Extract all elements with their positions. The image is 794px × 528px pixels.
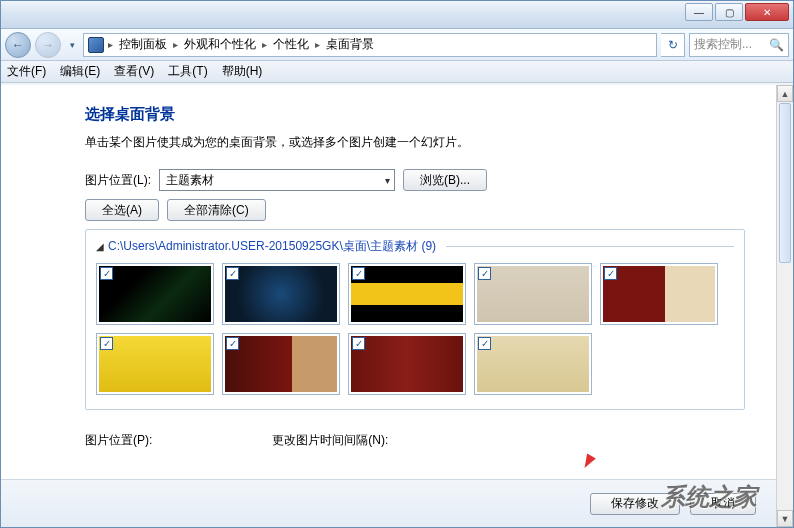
close-button[interactable]: ✕: [745, 3, 789, 21]
thumb-image: [225, 336, 337, 392]
scroll-up-button[interactable]: ▲: [777, 85, 793, 102]
address-bar[interactable]: ▸ 控制面板 ▸ 外观和个性化 ▸ 个性化 ▸ 桌面背景: [83, 33, 657, 57]
thumb-image: [99, 266, 211, 322]
thumb-image: [477, 336, 589, 392]
thumb-checkbox[interactable]: ✓: [604, 267, 617, 280]
page-description: 单击某个图片使其成为您的桌面背景，或选择多个图片创建一个幻灯片。: [85, 134, 754, 151]
crumb-control-panel[interactable]: 控制面板: [117, 36, 169, 53]
scroll-down-button[interactable]: ▼: [777, 510, 793, 527]
save-button[interactable]: 保存修改: [590, 493, 680, 515]
crumb-desktop-bg[interactable]: 桌面背景: [324, 36, 376, 53]
thumb-image: [351, 266, 463, 322]
wallpaper-thumb[interactable]: ✓: [96, 333, 214, 395]
collapse-icon: ◢: [96, 241, 104, 252]
content-area: 选择桌面背景 单击某个图片使其成为您的桌面背景，或选择多个图片创建一个幻灯片。 …: [1, 85, 793, 527]
position-label: 图片位置(P):: [85, 432, 152, 449]
location-row: 图片位置(L): 主题素材 ▾ 浏览(B)...: [85, 169, 754, 191]
minimize-button[interactable]: —: [685, 3, 713, 21]
cancel-button[interactable]: 取消: [690, 493, 756, 515]
page-title: 选择桌面背景: [85, 105, 754, 124]
crumb-personalize[interactable]: 个性化: [271, 36, 311, 53]
thumb-checkbox[interactable]: ✓: [226, 267, 239, 280]
group-header[interactable]: ◢ C:\Users\Administrator.USER-20150925GK…: [96, 238, 734, 255]
group-divider: [446, 246, 734, 247]
thumb-image: [99, 336, 211, 392]
titlebar: — ▢ ✕: [1, 1, 793, 29]
vertical-scrollbar[interactable]: ▲ ▼: [776, 85, 793, 527]
thumb-checkbox[interactable]: ✓: [100, 267, 113, 280]
menu-bar: 文件(F) 编辑(E) 查看(V) 工具(T) 帮助(H): [1, 61, 793, 83]
location-label: 图片位置(L):: [85, 172, 151, 189]
thumbnails-grid: ✓✓✓✓✓✓✓✓✓: [96, 263, 734, 395]
crumb-sep: ▸: [106, 39, 115, 50]
menu-edit[interactable]: 编辑(E): [60, 63, 100, 80]
search-input[interactable]: 搜索控制... 🔍: [689, 33, 789, 57]
group-path: C:\Users\Administrator.USER-20150925GK\桌…: [108, 238, 436, 255]
back-button[interactable]: ←: [5, 32, 31, 58]
footer-bar: 保存修改 取消: [1, 479, 776, 527]
thumb-checkbox[interactable]: ✓: [100, 337, 113, 350]
search-icon: 🔍: [769, 38, 784, 52]
thumb-checkbox[interactable]: ✓: [352, 337, 365, 350]
nav-bar: ← → ▾ ▸ 控制面板 ▸ 外观和个性化 ▸ 个性化 ▸ 桌面背景 ↻ 搜索控…: [1, 29, 793, 61]
select-row: 全选(A) 全部清除(C): [85, 199, 754, 221]
location-icon: [88, 37, 104, 53]
wallpaper-thumb[interactable]: ✓: [474, 263, 592, 325]
clear-all-button[interactable]: 全部清除(C): [167, 199, 266, 221]
crumb-sep: ▸: [260, 39, 269, 50]
wallpaper-thumb[interactable]: ✓: [600, 263, 718, 325]
menu-tools[interactable]: 工具(T): [168, 63, 207, 80]
content-inner: 选择桌面背景 单击某个图片使其成为您的桌面背景，或选择多个图片创建一个幻灯片。 …: [1, 85, 776, 479]
search-placeholder: 搜索控制...: [694, 36, 752, 53]
crumb-appearance[interactable]: 外观和个性化: [182, 36, 258, 53]
wallpaper-thumb[interactable]: ✓: [222, 263, 340, 325]
forward-button[interactable]: →: [35, 32, 61, 58]
crumb-sep: ▸: [171, 39, 180, 50]
history-dropdown[interactable]: ▾: [65, 32, 79, 58]
refresh-button[interactable]: ↻: [661, 33, 685, 57]
thumb-checkbox[interactable]: ✓: [478, 267, 491, 280]
menu-help[interactable]: 帮助(H): [222, 63, 263, 80]
wallpaper-thumb[interactable]: ✓: [96, 263, 214, 325]
scroll-thumb[interactable]: [779, 103, 791, 263]
menu-file[interactable]: 文件(F): [7, 63, 46, 80]
wallpaper-thumb[interactable]: ✓: [222, 333, 340, 395]
interval-label: 更改图片时间间隔(N):: [272, 432, 388, 449]
wallpaper-thumb[interactable]: ✓: [348, 333, 466, 395]
thumb-checkbox[interactable]: ✓: [478, 337, 491, 350]
thumb-image: [603, 266, 715, 322]
wallpaper-thumb[interactable]: ✓: [474, 333, 592, 395]
thumb-image: [225, 266, 337, 322]
window: — ▢ ✕ ← → ▾ ▸ 控制面板 ▸ 外观和个性化 ▸ 个性化 ▸ 桌面背景…: [0, 0, 794, 528]
crumb-sep: ▸: [313, 39, 322, 50]
menu-view[interactable]: 查看(V): [114, 63, 154, 80]
thumb-image: [351, 336, 463, 392]
options-row: 图片位置(P): 更改图片时间间隔(N):: [85, 432, 754, 449]
maximize-button[interactable]: ▢: [715, 3, 743, 21]
wallpaper-thumb[interactable]: ✓: [348, 263, 466, 325]
location-value: 主题素材: [166, 172, 214, 189]
thumbnails-group: ◢ C:\Users\Administrator.USER-20150925GK…: [85, 229, 745, 410]
browse-button[interactable]: 浏览(B)...: [403, 169, 487, 191]
chevron-down-icon: ▾: [385, 175, 390, 186]
thumb-checkbox[interactable]: ✓: [352, 267, 365, 280]
location-select[interactable]: 主题素材 ▾: [159, 169, 395, 191]
thumb-image: [477, 266, 589, 322]
thumb-checkbox[interactable]: ✓: [226, 337, 239, 350]
select-all-button[interactable]: 全选(A): [85, 199, 159, 221]
